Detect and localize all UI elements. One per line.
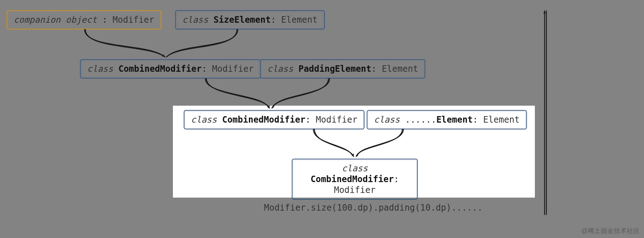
node-combined-modifier-1: class CombinedModifier: Modifier — [80, 59, 261, 79]
keyword: class — [342, 163, 368, 173]
type: Modifier — [316, 115, 358, 125]
watermark: @稀土掘金技术社区 — [581, 226, 640, 235]
keyword: class — [374, 115, 405, 125]
keyword: class — [191, 115, 222, 125]
class-name: CombinedModifier — [310, 174, 394, 184]
keyword: class — [267, 64, 299, 74]
node-combined-modifier-3: class CombinedModifier: Modifier — [292, 159, 418, 200]
sep: : — [394, 174, 399, 184]
type: Modifier — [212, 64, 254, 74]
sep: : — [97, 15, 112, 25]
keyword: companion object — [14, 15, 97, 25]
class-name: CombinedModifier — [118, 64, 202, 74]
class-name: PaddingElement — [299, 64, 371, 74]
node-combined-modifier-2: class CombinedModifier: Modifier — [184, 110, 365, 129]
type: Element — [483, 115, 519, 125]
sep: : — [271, 15, 281, 25]
diagram-canvas: companion object : Modifier class SizeEl… — [0, 0, 644, 238]
dots: ...... — [405, 115, 437, 125]
class-name: CombinedModifier — [222, 115, 305, 125]
type: Modifier — [334, 185, 376, 195]
class-name: SizeElement — [214, 15, 271, 25]
keyword: class — [182, 15, 214, 25]
sep: : — [371, 64, 382, 74]
sep: : — [305, 115, 316, 125]
sep: : — [202, 64, 212, 74]
keyword: class — [87, 64, 118, 74]
node-companion-object: companion object : Modifier — [6, 10, 161, 30]
type: Element — [281, 15, 318, 25]
node-padding-element: class PaddingElement: Element — [260, 59, 425, 79]
sep: : — [473, 115, 483, 125]
type: Modifier — [113, 15, 155, 25]
code-caption: Modifier.size(100.dp).padding(10.dp)....… — [264, 203, 483, 213]
class-name: Element — [436, 115, 473, 125]
node-generic-element: class ......Element: Element — [367, 110, 527, 129]
type: Element — [382, 64, 418, 74]
node-size-element: class SizeElement: Element — [175, 10, 325, 30]
